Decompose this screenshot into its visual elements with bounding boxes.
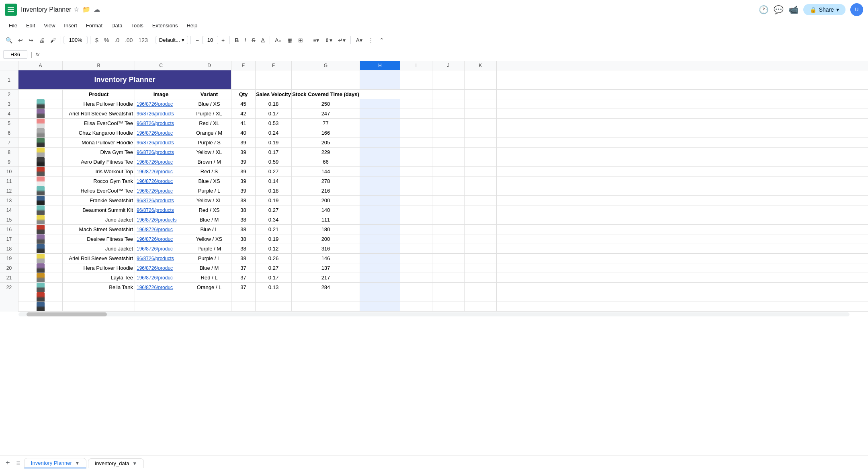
cell-j4[interactable] xyxy=(432,109,465,118)
cell-e5[interactable]: 41 xyxy=(231,119,256,128)
cell-i2[interactable] xyxy=(400,90,432,99)
cell-a6[interactable] xyxy=(18,128,63,138)
cell-h2[interactable] xyxy=(360,90,400,99)
menu-help[interactable]: Help xyxy=(182,21,201,30)
cell-j6[interactable] xyxy=(432,128,465,138)
menu-file[interactable]: File xyxy=(5,21,21,30)
h-scrollbar-thumb[interactable] xyxy=(27,312,107,316)
cell-j5[interactable] xyxy=(432,119,465,128)
cell-c7[interactable]: 96/8726/products xyxy=(135,138,187,147)
cell-h7[interactable] xyxy=(360,138,400,147)
cell-g1[interactable] xyxy=(292,70,360,89)
cell-e6[interactable]: 40 xyxy=(231,128,256,138)
cell-b6[interactable]: Chaz Kangaroo Hoodie xyxy=(63,128,135,138)
video-call-icon[interactable]: 📹 xyxy=(788,5,798,14)
cell-i6[interactable] xyxy=(400,128,432,138)
header-qty[interactable]: Qty xyxy=(231,90,256,99)
cell-j7[interactable] xyxy=(432,138,465,147)
cell-f6[interactable]: 0.24 xyxy=(256,128,292,138)
row-num-17[interactable]: 17 xyxy=(0,234,18,244)
cell-i1[interactable] xyxy=(400,70,432,89)
cell-c3[interactable]: 196/8726/produc xyxy=(135,99,187,109)
cell-h1[interactable] xyxy=(360,70,400,89)
cell-a7[interactable] xyxy=(18,138,63,147)
cell-g7[interactable]: 205 xyxy=(292,138,360,147)
cell-e7[interactable]: 39 xyxy=(231,138,256,147)
row-num-16[interactable]: 16 xyxy=(0,225,18,234)
cell-j8[interactable] xyxy=(432,148,465,157)
borders-button[interactable]: ▦ xyxy=(285,35,295,45)
row-num-12[interactable]: 12 xyxy=(0,186,18,196)
menu-edit[interactable]: Edit xyxy=(22,21,39,30)
row-num-5[interactable]: 5 xyxy=(0,119,18,128)
row-num-8[interactable]: 8 xyxy=(0,148,18,157)
cell-h5[interactable] xyxy=(360,119,400,128)
cell-e8[interactable]: 39 xyxy=(231,148,256,157)
col-header-h[interactable]: H xyxy=(360,61,400,70)
cell-g5[interactable]: 77 xyxy=(292,119,360,128)
row-num-1[interactable]: 1 xyxy=(0,70,18,90)
cell-g6[interactable]: 166 xyxy=(292,128,360,138)
cell-i8[interactable] xyxy=(400,148,432,157)
cell-d3[interactable]: Blue / XS xyxy=(187,99,231,109)
wrap-button[interactable]: ↵▾ xyxy=(336,35,348,45)
share-button[interactable]: 🔒 Share ▾ xyxy=(803,4,845,15)
sheet-tab-inventory-planner[interactable]: Inventory Planner ▼ xyxy=(24,458,86,468)
cell-d5[interactable]: Red / XL xyxy=(187,119,231,128)
cell-f5[interactable]: 0.53 xyxy=(256,119,292,128)
doc-title[interactable]: Inventory Planner xyxy=(21,6,71,13)
undo-button[interactable]: ↩ xyxy=(16,35,25,45)
menu-tools[interactable]: Tools xyxy=(127,21,147,30)
row-num-10[interactable]: 10 xyxy=(0,167,18,177)
cell-c8[interactable]: 96/8726/products xyxy=(135,148,187,157)
search-button[interactable]: 🔍 xyxy=(3,35,15,45)
cell-b8[interactable]: Diva Gym Tee xyxy=(63,148,135,157)
font-size-decrease[interactable]: − xyxy=(193,35,201,45)
cell-a8[interactable] xyxy=(18,148,63,157)
cell-f8[interactable]: 0.17 xyxy=(256,148,292,157)
cell-g8[interactable]: 229 xyxy=(292,148,360,157)
decimal-inc-button[interactable]: .00 xyxy=(123,35,135,45)
menu-view[interactable]: View xyxy=(40,21,59,30)
col-header-k[interactable]: K xyxy=(465,61,497,70)
cell-e4[interactable]: 42 xyxy=(231,109,256,118)
header-product[interactable]: Product xyxy=(63,90,135,99)
menu-extensions[interactable]: Extensions xyxy=(148,21,182,30)
sheet-nav-button[interactable]: ≡ xyxy=(14,459,23,468)
font-name-selector[interactable]: Default... ▾ xyxy=(156,36,188,44)
percent-button[interactable]: % xyxy=(102,35,111,45)
decimal-dec-button[interactable]: .0 xyxy=(112,35,122,45)
cell-i5[interactable] xyxy=(400,119,432,128)
history-icon[interactable]: 🕐 xyxy=(759,5,769,14)
row-num-20[interactable]: 20 xyxy=(0,263,18,273)
header-image[interactable]: Image xyxy=(135,90,187,99)
valign-button[interactable]: ⇕▾ xyxy=(322,35,335,45)
cell-g9[interactable]: 66 xyxy=(292,157,360,166)
cell-c5[interactable]: 96/8726/products xyxy=(135,119,187,128)
cell-b5[interactable]: Elisa EverCool™ Tee xyxy=(63,119,135,128)
row-num-4[interactable]: 4 xyxy=(0,109,18,119)
cell-k7[interactable] xyxy=(465,138,497,147)
row-num-2[interactable]: 2 xyxy=(0,90,18,99)
format-123-button[interactable]: 123 xyxy=(136,35,150,45)
font-size-increase[interactable]: + xyxy=(219,35,227,45)
formula-input[interactable] xyxy=(43,51,865,57)
cell-h9[interactable] xyxy=(360,157,400,166)
col-header-g[interactable]: G xyxy=(292,61,360,70)
cell-e1[interactable] xyxy=(231,70,256,89)
cell-a2[interactable] xyxy=(18,90,63,99)
row-num-14[interactable]: 14 xyxy=(0,205,18,215)
row-num-18[interactable]: 18 xyxy=(0,244,18,254)
merge-cells-button[interactable]: ⊞ xyxy=(296,35,305,45)
cell-k6[interactable] xyxy=(465,128,497,138)
cell-h3[interactable] xyxy=(360,99,400,109)
cell-f9[interactable]: 0.59 xyxy=(256,157,292,166)
cell-f1[interactable] xyxy=(256,70,292,89)
row-num-11[interactable]: 11 xyxy=(0,177,18,186)
row-num-7[interactable]: 7 xyxy=(0,138,18,148)
cell-b3[interactable]: Hera Pullover Hoodie xyxy=(63,99,135,109)
cell-i7[interactable] xyxy=(400,138,432,147)
cell-b4[interactable]: Ariel Roll Sleeve Sweatshirt xyxy=(63,109,135,118)
strikethrough-button[interactable]: S xyxy=(249,35,258,45)
cell-c4[interactable]: 96/8726/products xyxy=(135,109,187,118)
